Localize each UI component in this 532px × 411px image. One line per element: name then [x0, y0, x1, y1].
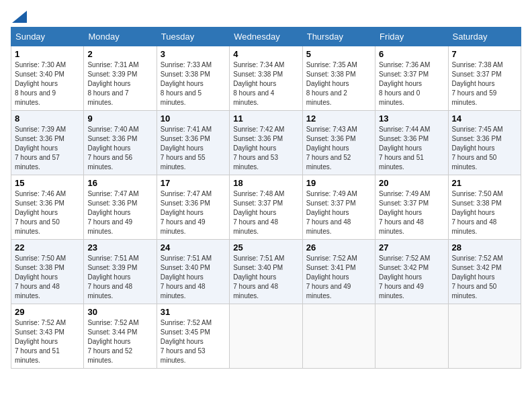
calendar-cell: 1 Sunrise: 7:30 AM Sunset: 3:40 PM Dayli… — [11, 46, 84, 111]
daylight-value: 7 hours and 50 minutes. — [452, 283, 497, 300]
calendar-cell: 24 Sunrise: 7:51 AM Sunset: 3:40 PM Dayl… — [157, 240, 229, 304]
day-info: Sunrise: 7:42 AM Sunset: 3:36 PM Dayligh… — [233, 125, 298, 172]
calendar-cell: 4 Sunrise: 7:34 AM Sunset: 3:38 PM Dayli… — [230, 46, 302, 111]
day-number: 16 — [87, 178, 152, 188]
day-info: Sunrise: 7:36 AM Sunset: 3:37 PM Dayligh… — [379, 60, 444, 107]
day-info: Sunrise: 7:49 AM Sunset: 3:37 PM Dayligh… — [379, 189, 444, 236]
daylight-label: Daylight hours — [15, 144, 58, 152]
daylight-value: 8 hours and 7 minutes. — [87, 89, 128, 106]
day-number: 7 — [452, 49, 517, 59]
sunset-label: Sunset: 3:37 PM — [233, 199, 283, 207]
daylight-label: Daylight hours — [161, 273, 204, 281]
day-number: 11 — [233, 113, 298, 124]
sunrise-label: Sunrise: 7:49 AM — [306, 190, 357, 197]
daylight-value: 7 hours and 53 minutes. — [233, 154, 278, 171]
daylight-label: Daylight hours — [452, 80, 495, 87]
calendar-cell: 29 Sunrise: 7:52 AM Sunset: 3:43 PM Dayl… — [11, 304, 84, 369]
daylight-value: 7 hours and 48 minutes. — [379, 218, 424, 235]
sunset-label: Sunset: 3:36 PM — [379, 135, 429, 142]
sunset-label: Sunset: 3:38 PM — [306, 71, 356, 78]
sunrise-label: Sunrise: 7:50 AM — [452, 190, 503, 197]
sunrise-label: Sunrise: 7:35 AM — [306, 61, 357, 68]
day-info: Sunrise: 7:30 AM Sunset: 3:40 PM Dayligh… — [15, 60, 80, 107]
sunrise-label: Sunrise: 7:52 AM — [15, 319, 66, 326]
daylight-label: Daylight hours — [161, 338, 204, 345]
sunset-label: Sunset: 3:36 PM — [87, 199, 137, 207]
day-info: Sunrise: 7:47 AM Sunset: 3:36 PM Dayligh… — [87, 189, 152, 236]
daylight-value: 7 hours and 48 minutes. — [452, 218, 497, 235]
sunrise-label: Sunrise: 7:52 AM — [379, 255, 430, 262]
daylight-label: Daylight hours — [452, 273, 495, 281]
sunrise-label: Sunrise: 7:44 AM — [379, 126, 430, 133]
sunset-label: Sunset: 3:38 PM — [161, 71, 210, 78]
day-number: 24 — [161, 242, 226, 253]
calendar-cell — [302, 304, 375, 369]
daylight-value: 7 hours and 48 minutes. — [15, 283, 60, 300]
sunrise-label: Sunrise: 7:51 AM — [233, 255, 284, 262]
day-number: 23 — [87, 242, 152, 253]
sunset-label: Sunset: 3:40 PM — [15, 71, 64, 78]
daylight-label: Daylight hours — [233, 144, 276, 152]
sunrise-label: Sunrise: 7:38 AM — [452, 61, 503, 68]
daylight-value: 7 hours and 56 minutes. — [87, 154, 132, 171]
sunset-label: Sunset: 3:36 PM — [452, 135, 502, 142]
calendar-cell: 31 Sunrise: 7:52 AM Sunset: 3:45 PM Dayl… — [157, 304, 229, 369]
daylight-label: Daylight hours — [379, 144, 422, 152]
sunset-label: Sunset: 3:36 PM — [15, 199, 64, 207]
daylight-label: Daylight hours — [452, 144, 495, 152]
daylight-label: Daylight hours — [87, 209, 130, 216]
calendar-cell: 17 Sunrise: 7:47 AM Sunset: 3:36 PM Dayl… — [157, 175, 229, 240]
calendar-cell: 26 Sunrise: 7:52 AM Sunset: 3:41 PM Dayl… — [302, 240, 375, 304]
day-info: Sunrise: 7:52 AM Sunset: 3:45 PM Dayligh… — [161, 318, 226, 365]
sunrise-label: Sunrise: 7:33 AM — [161, 61, 212, 68]
sunrise-label: Sunrise: 7:51 AM — [87, 255, 138, 262]
sunrise-label: Sunrise: 7:40 AM — [87, 126, 138, 133]
sunrise-label: Sunrise: 7:45 AM — [452, 126, 503, 133]
sunset-label: Sunset: 3:37 PM — [379, 199, 429, 207]
day-number: 21 — [452, 178, 517, 188]
daylight-label: Daylight hours — [306, 209, 349, 216]
daylight-label: Daylight hours — [233, 209, 276, 216]
calendar-cell: 8 Sunrise: 7:39 AM Sunset: 3:36 PM Dayli… — [11, 111, 84, 175]
calendar-cell: 20 Sunrise: 7:49 AM Sunset: 3:37 PM Dayl… — [375, 175, 448, 240]
day-info: Sunrise: 7:50 AM Sunset: 3:38 PM Dayligh… — [452, 189, 517, 236]
day-number: 3 — [161, 49, 226, 59]
sunset-label: Sunset: 3:40 PM — [161, 264, 210, 271]
day-info: Sunrise: 7:50 AM Sunset: 3:38 PM Dayligh… — [15, 254, 80, 301]
daylight-value: 7 hours and 49 minutes. — [306, 283, 351, 300]
sunrise-label: Sunrise: 7:43 AM — [306, 126, 357, 133]
sunrise-label: Sunrise: 7:46 AM — [15, 190, 66, 197]
sunset-label: Sunset: 3:42 PM — [379, 264, 429, 271]
day-number: 27 — [379, 242, 444, 253]
sunrise-label: Sunrise: 7:47 AM — [87, 190, 138, 197]
calendar-cell — [230, 304, 302, 369]
daylight-value: 8 hours and 0 minutes. — [379, 89, 420, 106]
calendar-cell: 19 Sunrise: 7:49 AM Sunset: 3:37 PM Dayl… — [302, 175, 375, 240]
day-number: 10 — [161, 113, 226, 124]
day-number: 17 — [161, 178, 226, 188]
day-info: Sunrise: 7:48 AM Sunset: 3:37 PM Dayligh… — [233, 189, 298, 236]
sunrise-label: Sunrise: 7:50 AM — [15, 255, 66, 262]
day-info: Sunrise: 7:43 AM Sunset: 3:36 PM Dayligh… — [306, 125, 371, 172]
daylight-value: 7 hours and 50 minutes. — [452, 154, 497, 171]
sunrise-label: Sunrise: 7:41 AM — [161, 126, 212, 133]
day-info: Sunrise: 7:35 AM Sunset: 3:38 PM Dayligh… — [306, 60, 371, 107]
calendar-cell: 11 Sunrise: 7:42 AM Sunset: 3:36 PM Dayl… — [230, 111, 302, 175]
sunrise-label: Sunrise: 7:47 AM — [161, 190, 212, 197]
sunset-label: Sunset: 3:44 PM — [87, 328, 137, 336]
day-info: Sunrise: 7:51 AM Sunset: 3:40 PM Dayligh… — [161, 254, 226, 301]
daylight-value: 8 hours and 4 minutes. — [233, 89, 274, 106]
sunrise-label: Sunrise: 7:42 AM — [233, 126, 284, 133]
day-number: 4 — [233, 49, 298, 59]
header-tuesday: Tuesday — [157, 28, 229, 46]
calendar-cell: 15 Sunrise: 7:46 AM Sunset: 3:36 PM Dayl… — [11, 175, 84, 240]
day-number: 28 — [452, 242, 517, 253]
sunset-label: Sunset: 3:36 PM — [87, 135, 137, 142]
daylight-label: Daylight hours — [15, 80, 58, 87]
sunrise-label: Sunrise: 7:48 AM — [233, 190, 284, 197]
day-number: 30 — [87, 307, 152, 317]
daylight-label: Daylight hours — [161, 80, 204, 87]
daylight-value: 8 hours and 9 minutes. — [15, 89, 56, 106]
daylight-value: 7 hours and 53 minutes. — [161, 347, 206, 364]
calendar-cell: 13 Sunrise: 7:44 AM Sunset: 3:36 PM Dayl… — [375, 111, 448, 175]
